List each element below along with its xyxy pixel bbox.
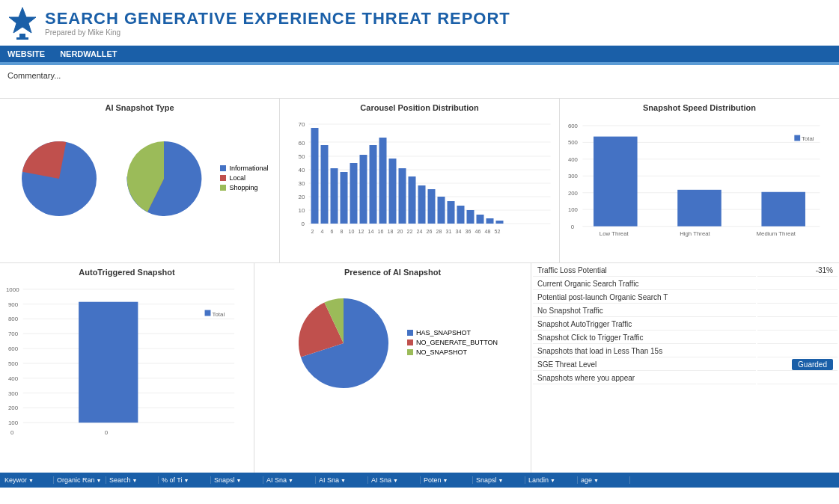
svg-text:36: 36	[466, 229, 472, 234]
legend-label-no-generate: NO_GENERATE_BUTTON	[416, 339, 498, 346]
col-header-7[interactable]: AI Sna▼	[368, 476, 421, 484]
snapshot-speed-title: Snapshot Speed Distribution	[564, 103, 835, 112]
ai-presence-pie-container: HAS_SNAPSHOT NO_GENERATE_BUTTON NO_SNAPS…	[259, 280, 526, 407]
svg-text:60: 60	[299, 140, 305, 147]
dropdown-arrow-4: ▼	[237, 478, 242, 483]
auto-triggered-chart: 1000 900 800 700 600 500 400 300 200 100…	[4, 280, 249, 437]
dropdown-arrow-10: ▼	[550, 478, 555, 483]
svg-text:10: 10	[349, 229, 355, 234]
svg-rect-20	[311, 128, 319, 224]
ai-presence-title: Presence of AI Snapshot	[259, 268, 526, 277]
header: SEARCH GENERATIVE EXPERIENCE THREAT REPO…	[0, 0, 839, 46]
legend-no-generate: NO_GENERATE_BUTTON	[407, 339, 498, 346]
legend-dot-shopping	[220, 185, 226, 191]
dropdown-arrow-11: ▼	[594, 478, 599, 483]
commentary-section: Commentary...	[0, 65, 839, 99]
trophy-icon	[7, 6, 37, 40]
stat-label-2: Potential post-launch Organic Search T	[533, 292, 756, 304]
col-header-5[interactable]: AI Sna▼	[263, 476, 316, 484]
svg-text:28: 28	[436, 229, 442, 234]
svg-text:500: 500	[8, 360, 19, 367]
svg-text:200: 200	[568, 190, 579, 197]
stat-label-6: Snapshots that load in Less Than 15s	[533, 345, 756, 357]
svg-text:12: 12	[359, 229, 364, 234]
stat-label-0: Traffic Loss Potential	[533, 265, 756, 277]
bottom-section: AutoTriggered Snapshot 1000 900 800 700 …	[0, 263, 839, 473]
svg-text:6: 6	[331, 229, 334, 234]
col-header-2[interactable]: Search▼	[106, 476, 159, 484]
legend-label-informational: Informational	[229, 165, 268, 172]
nav-nerdwallet[interactable]: NERDWALLET	[60, 49, 117, 58]
svg-text:50: 50	[299, 153, 305, 160]
legend-label-no-snapshot: NO_SNAPSHOT	[416, 348, 467, 356]
ai-presence-panel: Presence of AI Snapshot HAS_SNAPSHOT	[254, 263, 531, 473]
svg-text:Medium Threat: Medium Threat	[757, 230, 796, 237]
snapshot-speed-chart: 600 500 400 300 200 100 0 Low Threat Hig…	[564, 115, 835, 253]
ai-snapshot-title: AI Snapshot Type	[4, 103, 275, 112]
col-header-6[interactable]: AI Sna▼	[316, 476, 368, 484]
col-header-9[interactable]: Snapsl▼	[473, 476, 525, 484]
stat-value-7: Guarded	[757, 359, 838, 371]
col-header-3[interactable]: % of Ti▼	[159, 476, 211, 484]
legend-dot-local	[220, 175, 226, 181]
dropdown-arrow-0: ▼	[28, 478, 34, 483]
legend-dot-has-snapshot	[407, 330, 413, 336]
column-headers: Keywor▼Organic Ran▼Search▼% of Ti▼Snapsl…	[0, 473, 839, 488]
svg-text:500: 500	[568, 139, 579, 146]
ai-snapshot-pie	[10, 130, 108, 227]
svg-text:Low Threat: Low Threat	[599, 230, 629, 237]
col-header-11[interactable]: age▼	[578, 476, 630, 484]
legend-no-snapshot: NO_SNAPSHOT	[407, 348, 498, 356]
ai-snapshot-legend: Informational Local Shopping	[220, 165, 268, 194]
svg-text:20: 20	[397, 229, 403, 234]
col-header-8[interactable]: Poten▼	[421, 476, 473, 484]
svg-rect-25	[360, 155, 367, 224]
svg-text:8: 8	[341, 229, 344, 234]
legend-label-local: Local	[229, 174, 245, 182]
guarded-badge: Guarded	[792, 359, 833, 370]
col-header-4[interactable]: Snapsl▼	[211, 476, 263, 484]
stat-value-3	[757, 305, 838, 317]
svg-text:30: 30	[299, 180, 305, 187]
nav-website[interactable]: WEBSITE	[7, 49, 45, 58]
svg-rect-33	[438, 197, 445, 224]
svg-rect-24	[350, 163, 358, 224]
svg-rect-26	[370, 145, 377, 224]
svg-rect-27	[379, 138, 387, 224]
stat-label-4: Snapshot AutoTrigger Traffic	[533, 319, 756, 331]
svg-rect-74	[594, 137, 638, 227]
svg-marker-0	[9, 7, 36, 33]
stats-panel: Traffic Loss Potential-31%Current Organi…	[531, 263, 839, 473]
svg-text:16: 16	[378, 229, 384, 234]
dropdown-arrow-5: ▼	[288, 478, 293, 483]
svg-text:31: 31	[446, 229, 452, 234]
carousel-position-panel: Carousel Position Distribution 70 60 50 …	[280, 99, 560, 262]
svg-rect-34	[448, 201, 455, 224]
page-subtitle: Prepared by Mike King	[45, 28, 510, 37]
stat-value-5	[757, 332, 838, 344]
commentary-text: Commentary...	[7, 71, 61, 80]
svg-rect-76	[761, 192, 805, 227]
svg-rect-30	[409, 176, 416, 224]
svg-rect-80	[794, 135, 800, 141]
svg-text:300: 300	[8, 390, 19, 397]
ai-presence-pie	[287, 287, 400, 399]
svg-text:4: 4	[321, 229, 324, 234]
svg-rect-39	[496, 221, 504, 224]
svg-text:26: 26	[427, 229, 433, 234]
stat-value-0: -31%	[757, 265, 838, 277]
col-header-1[interactable]: Organic Ran▼	[54, 476, 106, 484]
dropdown-arrow-2: ▼	[132, 478, 138, 483]
col-header-10[interactable]: Landin▼	[525, 476, 578, 484]
svg-text:100: 100	[8, 420, 19, 426]
stat-value-8	[757, 372, 838, 384]
col-header-0[interactable]: Keywor▼	[1, 476, 54, 484]
svg-text:22: 22	[407, 229, 413, 234]
carousel-bar-chart: 70 60 50 40 30 20 10 0	[284, 115, 555, 253]
svg-text:34: 34	[456, 229, 462, 234]
svg-rect-75	[677, 190, 721, 227]
svg-text:100: 100	[568, 206, 579, 213]
svg-rect-103	[79, 302, 138, 423]
dropdown-arrow-9: ▼	[498, 478, 504, 483]
svg-text:300: 300	[568, 173, 579, 179]
